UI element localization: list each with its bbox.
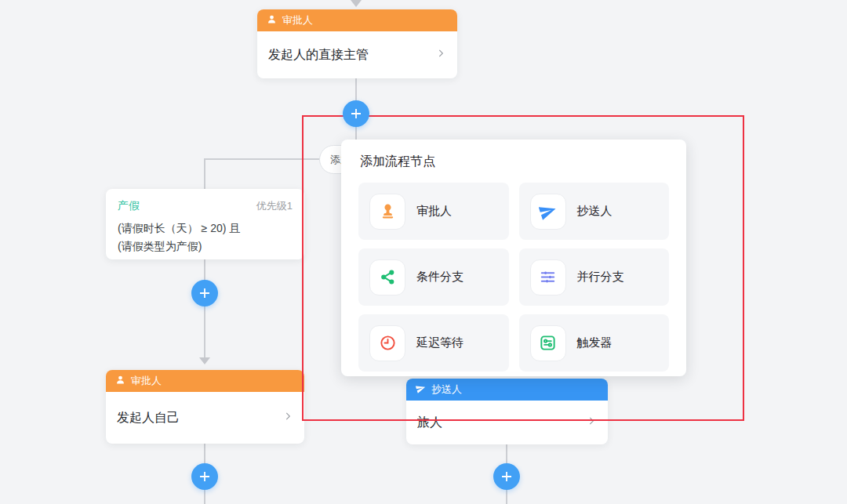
sliders-icon (530, 259, 566, 296)
node-content: 旅人 (417, 415, 442, 431)
condition-priority: 优先级1 (256, 199, 293, 213)
connector-line (204, 259, 205, 357)
condition-expression: (请假时长（天） ≥ 20) 且 (请假类型为产假) (118, 219, 293, 256)
stamp-icon (369, 194, 405, 230)
trigger-icon (530, 325, 566, 361)
condition-title: 产假 (118, 199, 140, 213)
connector-arrow-top (351, 0, 362, 7)
popup-item-label: 并行分支 (577, 270, 624, 285)
popup-item-label: 触发器 (577, 335, 613, 350)
add-node-button-bottom-left[interactable] (191, 463, 218, 490)
approver-node-bottom: 审批人 发起人自己 (106, 370, 304, 444)
approver-node-header: 审批人 (106, 370, 304, 392)
popup-item-label: 延迟等待 (416, 335, 463, 350)
connector-arrow (199, 357, 210, 364)
plus-icon (198, 287, 211, 299)
popup-item-label: 条件分支 (416, 270, 463, 285)
chevron-right-icon (435, 48, 446, 62)
cc-node: 抄送人 旅人 (406, 379, 608, 444)
approver-node-header: 审批人 (257, 9, 457, 31)
chevron-right-icon (282, 411, 293, 425)
popup-item-condition-branch[interactable]: 条件分支 (358, 248, 509, 306)
add-node-popup: 添加流程节点 审批人 抄送人 (341, 140, 686, 376)
plus-icon (198, 470, 211, 483)
approver-node-top: 审批人 发起人的直接主管 (257, 9, 457, 78)
person-icon (267, 14, 277, 27)
connector-line (204, 158, 205, 190)
popup-item-cc[interactable]: 抄送人 (519, 183, 670, 240)
node-content: 发起人的直接主管 (268, 47, 369, 63)
share-icon (369, 259, 405, 296)
node-type-label: 抄送人 (431, 383, 462, 397)
paper-plane-icon (530, 194, 566, 230)
popup-item-label: 审批人 (416, 204, 452, 219)
add-node-button-bottom-middle[interactable] (493, 463, 520, 490)
popup-item-trigger[interactable]: 触发器 (519, 314, 670, 372)
condition-node[interactable]: 产假 优先级1 (请假时长（天） ≥ 20) 且 (请假类型为产假) (106, 189, 304, 259)
cc-node-header: 抄送人 (406, 379, 608, 401)
cc-node-content-row[interactable]: 旅人 (406, 401, 608, 444)
approver-node-content-row[interactable]: 发起人自己 (106, 392, 304, 444)
plus-icon (350, 107, 362, 120)
popup-item-delay-wait[interactable]: 延迟等待 (358, 314, 509, 372)
popup-node-grid: 审批人 抄送人 条件分支 (358, 183, 669, 372)
popup-item-label: 抄送人 (577, 204, 613, 219)
node-type-label: 审批人 (282, 13, 313, 27)
clock-icon (369, 325, 405, 361)
approver-node-content-row[interactable]: 发起人的直接主管 (257, 31, 457, 78)
popup-item-parallel-branch[interactable]: 并行分支 (519, 248, 670, 306)
popup-title: 添加流程节点 (360, 154, 669, 170)
node-content: 发起人自己 (117, 410, 180, 426)
workflow-canvas: 审批人 发起人的直接主管 添加条件 产假 优先级1 (请假时长（天） ≥ 20)… (0, 0, 847, 504)
popup-item-approver[interactable]: 审批人 (358, 183, 509, 240)
chevron-right-icon (586, 415, 597, 430)
plus-icon (500, 470, 513, 483)
add-node-button-branch[interactable] (191, 280, 218, 306)
person-icon (115, 375, 125, 387)
node-type-label: 审批人 (131, 374, 162, 388)
paper-plane-icon (416, 383, 426, 396)
add-node-button-top[interactable] (343, 100, 369, 127)
